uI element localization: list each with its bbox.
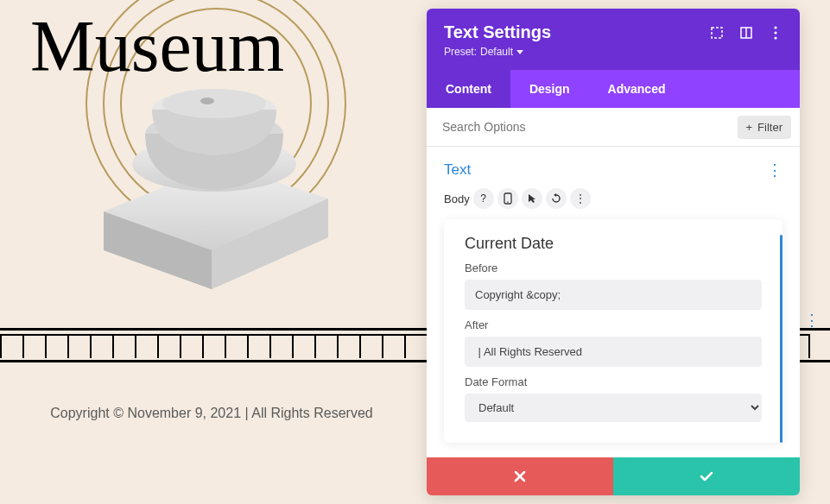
check-icon: [700, 471, 713, 482]
date-format-select[interactable]: Default: [465, 394, 762, 422]
svg-point-10: [162, 89, 266, 118]
cancel-button[interactable]: [427, 457, 613, 495]
before-input[interactable]: [465, 280, 762, 310]
expand-icon[interactable]: [710, 26, 724, 40]
tab-advanced[interactable]: Advanced: [589, 70, 685, 108]
svg-point-15: [774, 26, 776, 28]
filter-label: Filter: [757, 121, 782, 134]
tab-content[interactable]: Content: [427, 70, 510, 108]
hover-cursor-icon[interactable]: [522, 188, 542, 209]
tab-design[interactable]: Design: [510, 70, 589, 108]
preset-label: Preset:: [444, 46, 477, 58]
layout-icon[interactable]: [739, 26, 753, 40]
action-bar: [427, 457, 800, 495]
chevron-down-icon: [516, 50, 523, 54]
section-title[interactable]: Text: [444, 161, 471, 179]
scroll-indicator: [780, 235, 782, 443]
text-settings-panel: Text Settings Preset: Default Content De…: [427, 9, 800, 495]
before-label: Before: [465, 261, 762, 274]
search-input[interactable]: [427, 108, 729, 146]
tabs: Content Design Advanced: [427, 70, 800, 108]
side-kebab-icon[interactable]: ⋮: [804, 311, 820, 330]
confirm-button[interactable]: [613, 457, 800, 495]
after-input[interactable]: [465, 337, 762, 367]
date-format-label: Date Format: [465, 375, 762, 388]
search-row: + Filter: [427, 108, 800, 147]
preset-value: Default: [480, 46, 513, 58]
svg-point-11: [200, 98, 214, 104]
body-kebab-icon[interactable]: ⋮: [570, 188, 591, 209]
section-header: Text ⋮: [427, 147, 800, 188]
section-kebab-icon[interactable]: ⋮: [767, 161, 782, 180]
undo-icon[interactable]: [546, 188, 567, 209]
filter-button[interactable]: + Filter: [738, 116, 791, 139]
current-date-title: Current Date: [465, 235, 762, 253]
mobile-icon[interactable]: [497, 188, 518, 209]
preset-selector[interactable]: Preset: Default: [444, 46, 551, 58]
page-title: Museum: [30, 4, 284, 88]
help-icon[interactable]: ?: [473, 188, 494, 209]
after-label: After: [465, 318, 762, 331]
artifact-image: [86, 65, 337, 289]
body-content-card: Current Date Before After Date Format De…: [444, 219, 782, 443]
plus-icon: +: [746, 121, 753, 134]
footer-text: Copyright © November 9, 2021 | All Right…: [0, 406, 423, 421]
kebab-menu-icon[interactable]: [769, 26, 782, 40]
svg-rect-12: [712, 28, 722, 38]
panel-title: Text Settings: [444, 22, 551, 42]
close-icon: [514, 470, 526, 482]
panel-header: Text Settings Preset: Default: [427, 9, 800, 70]
body-toolbar: Body ? ⋮: [427, 188, 800, 219]
svg-point-17: [774, 36, 776, 39]
svg-point-19: [507, 201, 509, 203]
body-label: Body: [444, 192, 470, 205]
svg-point-16: [774, 31, 776, 34]
